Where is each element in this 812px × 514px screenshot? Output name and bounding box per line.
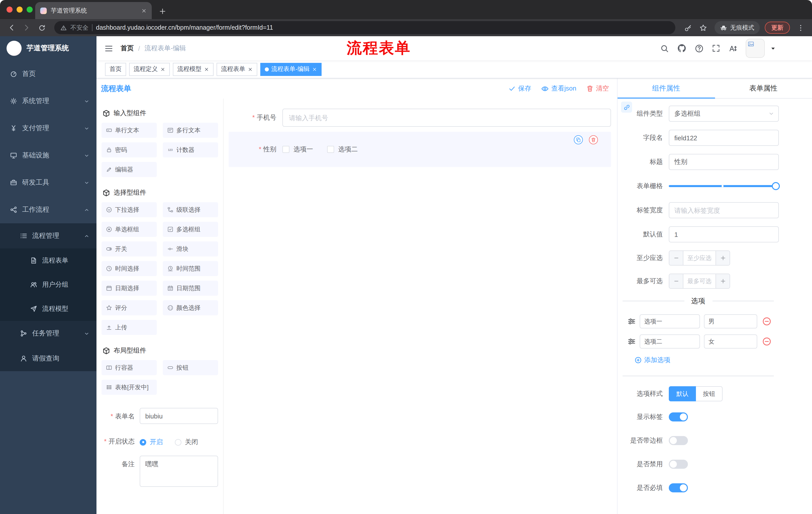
- user-avatar[interactable]: [746, 39, 765, 58]
- palette-item-editor[interactable]: 编辑器: [102, 162, 157, 177]
- label-width-input[interactable]: [669, 202, 779, 218]
- toggle-switch-disabled[interactable]: [669, 460, 688, 469]
- sidebar-item-user-group[interactable]: 用户分组: [0, 273, 96, 297]
- palette-item-slider[interactable]: 滑块: [163, 241, 218, 256]
- tag-close-icon[interactable]: [248, 66, 253, 72]
- toggle-switch-required[interactable]: [669, 483, 688, 492]
- sidebar-item-workflow[interactable]: 工作流程: [0, 196, 96, 223]
- decrease-button[interactable]: [669, 251, 684, 265]
- max-select-value[interactable]: 最多可选: [684, 274, 716, 288]
- tab-component-props[interactable]: 组件属性: [617, 78, 715, 98]
- window-close-button[interactable]: [6, 6, 12, 12]
- fullscreen-icon[interactable]: [712, 44, 720, 52]
- clear-button[interactable]: 清空: [586, 84, 609, 93]
- sidebar-item-devtools[interactable]: 研发工具: [0, 169, 96, 196]
- tag-home[interactable]: 首页: [105, 63, 126, 76]
- delete-component-button[interactable]: [589, 135, 598, 144]
- tag-process-definition[interactable]: 流程定义: [129, 63, 170, 76]
- palette-item-color[interactable]: 颜色选择: [163, 300, 218, 315]
- address-bar[interactable]: 不安全 dashboard.yudao.iocoder.cn/bpm/manag…: [54, 21, 675, 34]
- status-radio-off[interactable]: 关闭: [175, 437, 198, 447]
- gender-checkbox[interactable]: 选项一: [282, 145, 313, 154]
- palette-item-input[interactable]: 单行文本: [102, 123, 157, 138]
- palette-item-lock[interactable]: 密码: [102, 142, 157, 157]
- default-value-input[interactable]: [669, 226, 779, 242]
- security-warning-icon[interactable]: [60, 24, 67, 31]
- add-option-button[interactable]: 添加选项: [635, 356, 779, 364]
- tag-close-icon[interactable]: [312, 66, 317, 72]
- palette-item-textarea[interactable]: 多行文本: [163, 123, 218, 138]
- sidebar-item-infrastructure[interactable]: 基础设施: [0, 142, 96, 169]
- canvas-component-gender[interactable]: 性别 选项一选项二: [229, 132, 611, 167]
- style-default-button[interactable]: 默认: [669, 386, 696, 401]
- palette-item-time-range[interactable]: 时间范围: [163, 261, 218, 276]
- sidebar-item-task-management[interactable]: 任务管理: [0, 321, 96, 346]
- view-json-button[interactable]: 查看json: [541, 84, 576, 93]
- window-minimize-button[interactable]: [17, 6, 23, 12]
- status-radio-on[interactable]: 开启: [140, 437, 163, 447]
- forward-button[interactable]: [20, 21, 33, 34]
- sidebar-item-system[interactable]: 系统管理: [0, 87, 96, 115]
- option-name-input-1[interactable]: [640, 314, 700, 328]
- style-button-button[interactable]: 按钮: [696, 386, 723, 401]
- save-button[interactable]: 保存: [509, 84, 531, 93]
- sidebar-item-home[interactable]: 首页: [0, 60, 96, 87]
- palette-item-button[interactable]: 按钮: [163, 360, 218, 375]
- palette-item-upload[interactable]: 上传: [102, 320, 157, 335]
- link-icon[interactable]: [621, 102, 632, 113]
- sidebar-item-process-management[interactable]: 流程管理: [0, 223, 96, 248]
- window-zoom-button[interactable]: [27, 6, 33, 12]
- component-type-select[interactable]: 多选框组: [669, 106, 779, 122]
- tab-form-props[interactable]: 表单属性: [715, 78, 812, 98]
- palette-item-checkbox[interactable]: 多选框组: [163, 222, 218, 237]
- drag-handle-icon[interactable]: [628, 317, 636, 325]
- palette-item-time[interactable]: 时间选择: [102, 261, 157, 276]
- window-controls[interactable]: [6, 6, 33, 12]
- remove-option-icon[interactable]: [762, 317, 771, 326]
- new-tab-button[interactable]: [159, 7, 166, 15]
- min-select-value[interactable]: 至少应选: [684, 251, 716, 265]
- palette-item-date-range[interactable]: 日期范围: [163, 281, 218, 296]
- increase-button[interactable]: [716, 274, 730, 288]
- decrease-button[interactable]: [669, 274, 684, 288]
- remove-option-icon[interactable]: [762, 337, 771, 346]
- grid-slider[interactable]: [669, 178, 779, 194]
- option-name-input-2[interactable]: [640, 334, 700, 349]
- increase-button[interactable]: [716, 251, 730, 265]
- palette-item-row[interactable]: 行容器: [102, 360, 157, 375]
- tab-close-icon[interactable]: [141, 8, 147, 13]
- palette-item-star[interactable]: 评分: [102, 300, 157, 315]
- slider-handle[interactable]: [772, 182, 780, 190]
- breadcrumb-home[interactable]: 首页: [121, 44, 134, 53]
- tag-process-form[interactable]: 流程表单: [216, 63, 257, 76]
- phone-input[interactable]: [282, 109, 611, 127]
- palette-item-date[interactable]: 日期选择: [102, 281, 157, 296]
- avatar-caret-icon[interactable]: [770, 46, 776, 51]
- update-button[interactable]: 更新: [765, 22, 790, 34]
- toggle-switch-with-border[interactable]: [669, 436, 688, 445]
- palette-item-radio[interactable]: 单选框组: [102, 222, 157, 237]
- palette-item-select[interactable]: 下拉选择: [102, 202, 157, 217]
- bookmark-star-icon[interactable]: [696, 21, 709, 34]
- browser-tab[interactable]: 芋道管理系统: [35, 2, 152, 19]
- title-input[interactable]: [669, 154, 779, 170]
- form-remark-textarea[interactable]: 嘿嘿: [140, 456, 218, 487]
- palette-item-cascader[interactable]: 级联选择: [163, 202, 218, 217]
- tag-process-model[interactable]: 流程模型: [173, 63, 213, 76]
- field-name-input[interactable]: [669, 130, 779, 146]
- option-value-input-2[interactable]: [704, 334, 757, 349]
- browser-menu-icon[interactable]: [794, 21, 807, 34]
- tag-close-icon[interactable]: [204, 66, 209, 72]
- sidebar-item-payment[interactable]: 支付管理: [0, 115, 96, 142]
- palette-item-table[interactable]: 表格[开发中]: [102, 380, 157, 395]
- sidebar-item-process-form[interactable]: 流程表单: [0, 248, 96, 273]
- option-value-input-1[interactable]: [704, 314, 757, 328]
- app-logo[interactable]: 芋道管理系统: [0, 36, 96, 60]
- search-icon[interactable]: [660, 44, 669, 53]
- sidebar-item-process-model[interactable]: 流程模型: [0, 297, 96, 321]
- sidebar-toggle[interactable]: [96, 36, 121, 60]
- font-size-icon[interactable]: [729, 44, 737, 53]
- palette-item-counter[interactable]: 123计数器: [163, 142, 218, 157]
- tag-process-form-edit[interactable]: 流程表单-编辑: [260, 63, 322, 76]
- help-icon[interactable]: [695, 44, 703, 53]
